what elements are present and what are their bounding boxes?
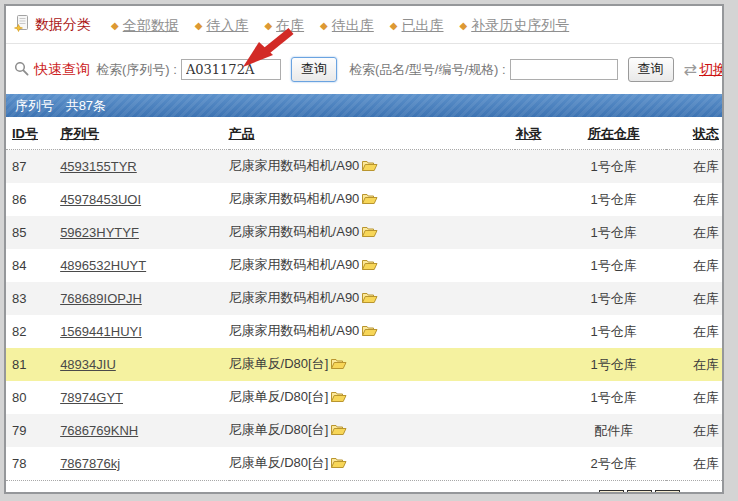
list-icon <box>577 493 594 495</box>
warehouse-cell: 1号仓库 <box>562 216 666 249</box>
serial-query-button[interactable]: 查询 <box>291 57 337 82</box>
product-name: 尼康家用数码相机/A90 <box>229 158 360 173</box>
table-row: 83768689IOPJH尼康家用数码相机/A901号仓库在库 <box>6 282 722 315</box>
serial-link[interactable]: 78974GYT <box>60 390 123 405</box>
bulu-cell <box>515 381 561 414</box>
table-row: 787867876kj尼康单反/D80[台]2号仓库在库 <box>6 447 722 481</box>
table-row: 797686769KNH尼康单反/D80[台]配件库在库 <box>6 414 722 447</box>
bulu-cell <box>515 348 561 381</box>
col-product[interactable]: 产品 <box>229 117 516 150</box>
table-row: 8148934JIU尼康单反/D80[台]1号仓库在库 <box>6 348 722 381</box>
nav-title: 数据分类 <box>35 16 91 34</box>
serial-link[interactable]: 768689IOPJH <box>60 291 142 306</box>
product-name: 尼康家用数码相机/A90 <box>229 290 360 305</box>
open-folder-icon[interactable] <box>361 258 378 275</box>
warehouse-cell: 1号仓库 <box>562 315 666 348</box>
serial-link[interactable]: 7686769KNH <box>60 423 138 438</box>
bulu-cell <box>515 150 561 184</box>
diamond-icon: ◆ <box>390 20 398 31</box>
open-folder-icon[interactable] <box>361 159 378 176</box>
warehouse-cell: 1号仓库 <box>562 150 666 184</box>
search-icon <box>14 61 29 79</box>
table-header-row: ID号 序列号 产品 补录 所在仓库 状态 <box>6 117 722 150</box>
bulu-cell <box>515 315 561 348</box>
warehouse-cell: 1号仓库 <box>562 282 666 315</box>
open-folder-icon[interactable] <box>330 357 347 374</box>
bulu-cell <box>515 249 561 282</box>
open-folder-icon[interactable] <box>330 456 347 473</box>
col-status[interactable]: 状态 <box>666 117 722 150</box>
product-name: 尼康家用数码相机/A90 <box>229 224 360 239</box>
serial-link[interactable]: 59623HYTYF <box>60 225 139 240</box>
status-cell: 在库 <box>666 282 722 315</box>
nav-item[interactable]: ◆在库 <box>264 17 304 33</box>
status-cell: 在库 <box>666 216 722 249</box>
warehouse-cell: 配件库 <box>562 414 666 447</box>
status-cell: 在库 <box>666 249 722 282</box>
nav-item[interactable]: ◆待入库 <box>195 17 249 33</box>
serial-link[interactable]: 4593155TYR <box>60 159 137 174</box>
page-size-button[interactable]: 10 <box>599 490 624 494</box>
serial-search-input[interactable] <box>181 59 281 80</box>
list-header-bar: 序列号 共87条 <box>6 94 722 117</box>
diamond-icon: ◆ <box>195 20 203 31</box>
page-size-button[interactable]: 30 <box>655 490 680 494</box>
nav-item[interactable]: ◆已出库 <box>390 17 444 33</box>
table-row: 844896532HUYT尼康家用数码相机/A901号仓库在库 <box>6 249 722 282</box>
nav-item[interactable]: ◆待出库 <box>320 17 374 33</box>
serial-link[interactable]: 7867876kj <box>60 456 120 471</box>
row-id: 83 <box>6 282 60 315</box>
row-id: 81 <box>6 348 60 381</box>
list-title: 序列号 <box>15 98 54 113</box>
record-count: 共87条 <box>66 98 106 113</box>
inventory-window: 数据分类 ◆全部数据◆待入库◆在库◆待出库◆已出库◆补录历史序列号 快速查询 检… <box>4 4 724 494</box>
top-nav: 数据分类 ◆全部数据◆待入库◆在库◆待出库◆已出库◆补录历史序列号 <box>6 6 722 44</box>
status-cell: 在库 <box>666 447 722 481</box>
open-folder-icon[interactable] <box>361 225 378 242</box>
warehouse-cell: 1号仓库 <box>562 249 666 282</box>
serial-link[interactable]: 45978453UOI <box>60 192 141 207</box>
product-name: 尼康单反/D80[台] <box>229 356 329 371</box>
open-folder-icon[interactable] <box>330 423 347 440</box>
status-cell: 在库 <box>666 348 722 381</box>
product-name: 尼康单反/D80[台] <box>229 389 329 404</box>
bulu-cell <box>515 414 561 447</box>
table-row: 8078974GYT尼康单反/D80[台]1号仓库在库 <box>6 381 722 414</box>
diamond-icon: ◆ <box>264 20 272 31</box>
product-query-button[interactable]: 查询 <box>628 57 674 82</box>
row-id: 87 <box>6 150 60 184</box>
diamond-icon: ◆ <box>111 20 119 31</box>
warehouse-cell: 1号仓库 <box>562 348 666 381</box>
switch-advanced-link[interactable]: 切换到高 <box>699 61 724 79</box>
document-new-icon <box>14 14 30 36</box>
table-row: 8645978453UOI尼康家用数码相机/A901号仓库在库 <box>6 183 722 216</box>
serial-link[interactable]: 48934JIU <box>60 357 116 372</box>
page-size-controls: 102030 <box>577 490 680 494</box>
swap-arrows-icon: ⇄ <box>684 60 697 79</box>
nav-item[interactable]: ◆全部数据 <box>111 17 179 33</box>
pagination: << 123456789 >> 共9页 102030 <box>6 481 722 494</box>
nav-item[interactable]: ◆补录历史序列号 <box>460 17 570 33</box>
warehouse-cell: 2号仓库 <box>562 447 666 481</box>
col-bulu[interactable]: 补录 <box>515 117 561 150</box>
quick-search-label: 快速查询 <box>34 61 90 79</box>
status-cell: 在库 <box>666 183 722 216</box>
open-folder-icon[interactable] <box>361 192 378 209</box>
bulu-cell <box>515 216 561 249</box>
col-id[interactable]: ID号 <box>6 117 60 150</box>
row-id: 78 <box>6 447 60 481</box>
open-folder-icon[interactable] <box>361 291 378 308</box>
page-size-button[interactable]: 20 <box>627 490 652 494</box>
serial-link[interactable]: 1569441HUYI <box>60 324 142 339</box>
product-search-input[interactable] <box>510 59 618 80</box>
serial-link[interactable]: 4896532HUYT <box>60 258 146 273</box>
table-body: 874593155TYR尼康家用数码相机/A901号仓库在库8645978453… <box>6 150 722 481</box>
search-bar: 快速查询 检索(序列号) : 查询 检索(品名/型号/编号/规格) : 查询 ⇄… <box>6 44 722 94</box>
product-name: 尼康家用数码相机/A90 <box>229 191 360 206</box>
open-folder-icon[interactable] <box>361 324 378 341</box>
col-serial[interactable]: 序列号 <box>60 117 228 150</box>
row-id: 85 <box>6 216 60 249</box>
open-folder-icon[interactable] <box>330 390 347 407</box>
product-name: 尼康单反/D80[台] <box>229 422 329 437</box>
col-warehouse[interactable]: 所在仓库 <box>562 117 666 150</box>
